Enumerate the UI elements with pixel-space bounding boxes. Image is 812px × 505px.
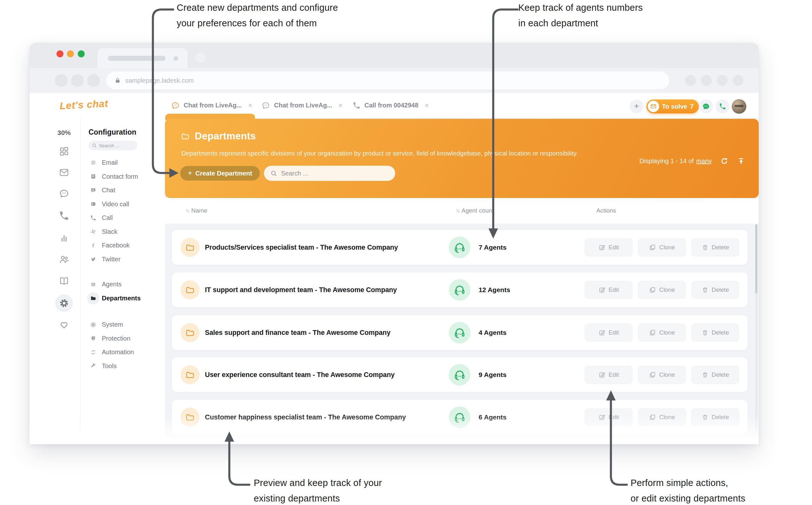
forward-button[interactable] <box>71 74 84 87</box>
users-icon[interactable] <box>59 254 70 265</box>
clone-icon <box>649 414 656 421</box>
back-button[interactable] <box>55 74 68 87</box>
sidebar-item-system[interactable]: System <box>81 318 165 332</box>
reload-button[interactable] <box>87 74 100 87</box>
extension-button[interactable] <box>701 75 712 86</box>
add-new-button[interactable]: + <box>629 100 644 114</box>
sidebar-item-facebook[interactable]: Facebook <box>81 238 165 252</box>
app-logo[interactable]: Let's chat <box>59 98 108 112</box>
tab-close-placeholder[interactable] <box>173 56 178 61</box>
sidebar-item-agents[interactable]: Agents <box>81 278 165 292</box>
edit-button[interactable]: Edit <box>585 281 632 299</box>
delete-button[interactable]: Delete <box>691 281 739 299</box>
dashboard-grid-icon[interactable] <box>59 146 70 157</box>
department-row[interactable]: Products/Services specialist team - The … <box>172 230 747 265</box>
minimize-window-button[interactable] <box>67 50 74 57</box>
edit-button[interactable]: Edit <box>585 238 632 256</box>
clone-label: Clone <box>659 329 675 336</box>
sidebar-search[interactable] <box>89 141 137 150</box>
sidebar-item-twitter[interactable]: Twitter <box>81 252 165 267</box>
sidebar-item-chat[interactable]: Chat <box>81 183 165 197</box>
search-icon <box>92 143 97 148</box>
departments-search-input[interactable] <box>281 170 389 177</box>
address-bar[interactable]: samplepage.ladesk.com <box>106 71 669 89</box>
maximize-window-button[interactable] <box>78 50 85 57</box>
book-icon[interactable] <box>59 276 70 286</box>
delete-button[interactable]: Delete <box>691 238 739 256</box>
user-avatar[interactable] <box>732 99 746 114</box>
new-tab-button[interactable] <box>195 52 206 63</box>
url-text: samplepage.ladesk.com <box>125 77 194 84</box>
sidebar-item-video-call[interactable]: Video call <box>81 197 165 211</box>
sidebar-item-departments[interactable]: Departments <box>81 292 165 305</box>
phone-icon[interactable] <box>59 210 70 221</box>
calls-button[interactable] <box>716 100 729 114</box>
edit-button[interactable]: Edit <box>585 408 632 426</box>
edit-button[interactable]: Edit <box>585 324 632 342</box>
ticket-tab-call[interactable]: Call from 0042948 × <box>352 93 429 118</box>
plus-icon: + <box>188 169 192 177</box>
clone-button[interactable]: Clone <box>638 324 686 342</box>
delete-label: Delete <box>712 371 729 378</box>
sidebar-search-input[interactable] <box>99 143 134 148</box>
chat-bubble-icon <box>171 101 180 110</box>
heart-icon[interactable] <box>59 319 70 330</box>
column-header-name[interactable]: ↑↓ Name <box>186 207 208 214</box>
bar-chart-icon[interactable] <box>59 232 70 243</box>
sidebar-item-slack[interactable]: Slack <box>81 225 165 239</box>
chats-button[interactable] <box>699 100 713 114</box>
clone-button[interactable]: Clone <box>638 281 686 299</box>
clone-button[interactable]: Clone <box>638 408 686 426</box>
phone-icon <box>352 102 361 110</box>
sidebar-item-automation[interactable]: Automation <box>81 345 165 359</box>
clone-button[interactable]: Clone <box>638 366 686 384</box>
close-tab-icon[interactable]: × <box>425 102 429 109</box>
contact-form-icon <box>90 173 96 180</box>
to-solve-button[interactable]: To solve 7 <box>647 100 699 114</box>
sort-icon[interactable]: ↑↓ <box>456 208 459 213</box>
extension-button[interactable] <box>717 75 728 86</box>
extension-button[interactable] <box>685 75 696 86</box>
sidebar-item-call[interactable]: Call <box>81 211 165 225</box>
folder-icon <box>181 323 200 342</box>
chat-icon <box>90 187 96 194</box>
clone-button[interactable]: Clone <box>638 238 686 256</box>
delete-label: Delete <box>712 414 729 421</box>
department-row[interactable]: User experience consultant team - The Aw… <box>172 357 747 392</box>
close-tab-icon[interactable]: × <box>338 102 343 109</box>
delete-icon <box>702 329 709 336</box>
delete-button[interactable]: Delete <box>691 366 739 384</box>
ticket-tab-chat-2[interactable]: Chat from LiveAg... × <box>261 93 343 118</box>
create-department-button[interactable]: + Create Department <box>180 166 260 181</box>
refresh-icon[interactable] <box>720 157 728 165</box>
scroll-to-top-icon[interactable] <box>737 157 745 165</box>
sidebar-item-email[interactable]: Email <box>81 156 165 170</box>
department-row[interactable]: Sales support and finance team - The Awe… <box>172 315 747 350</box>
envelope-icon <box>650 103 657 110</box>
mail-icon[interactable] <box>59 167 70 178</box>
sidebar-item-protection[interactable]: Protection <box>81 332 165 346</box>
department-row[interactable]: Customer happiness specialist team - The… <box>172 400 747 435</box>
browser-tab[interactable] <box>97 48 188 68</box>
browser-menu-button[interactable] <box>733 75 743 86</box>
edit-button[interactable]: Edit <box>585 366 632 384</box>
close-window-button[interactable] <box>56 50 64 57</box>
chat-bubble-icon <box>261 101 270 110</box>
create-department-label: Create Department <box>195 170 252 177</box>
sidebar-item-tools[interactable]: Tools <box>81 359 165 373</box>
scrollbar-thumb[interactable] <box>755 224 758 293</box>
sidebar-item-label: Twitter <box>102 256 121 263</box>
settings-gear-icon[interactable] <box>59 298 70 309</box>
sidebar-item-contact-form[interactable]: Contact form <box>81 170 165 184</box>
annotation-line: in each department <box>518 15 643 31</box>
app-header: Let's chat Chat from LiveAg... × Chat fr… <box>29 93 759 118</box>
displaying-many-link[interactable]: many <box>696 157 712 164</box>
delete-button[interactable]: Delete <box>691 408 739 426</box>
close-tab-icon[interactable]: × <box>248 102 252 109</box>
column-header-agent-count[interactable]: ↑↓ Agent count <box>456 207 493 214</box>
department-row[interactable]: IT support and development team - The Aw… <box>172 273 747 307</box>
chat-bubble-icon[interactable] <box>59 188 70 199</box>
delete-button[interactable]: Delete <box>691 324 739 342</box>
departments-search[interactable] <box>264 166 395 181</box>
sort-icon[interactable]: ↑↓ <box>186 208 189 213</box>
